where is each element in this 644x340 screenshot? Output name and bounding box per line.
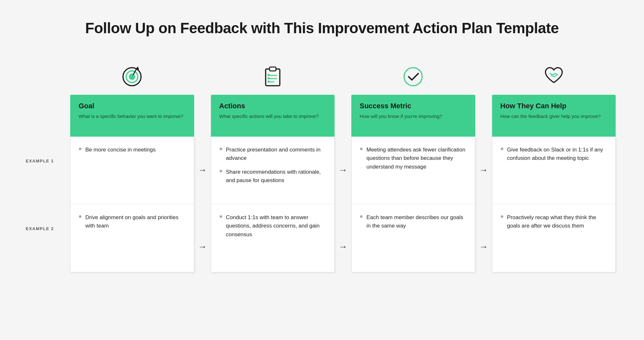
success-header: Success Metric How will you know if you'… xyxy=(351,95,475,137)
arrow-1: → → xyxy=(197,56,208,251)
goal-header: Goal What is a specific behavior you wan… xyxy=(70,95,194,137)
success-row2-text: Each team member describes our goals in … xyxy=(366,213,467,230)
column-success: Success Metric How will you know if you'… xyxy=(351,56,475,272)
arrow-icon-1b: → xyxy=(198,242,207,251)
success-header-title: Success Metric xyxy=(360,102,467,110)
help-rows: Give feedback on Slack or in 1:1s if any… xyxy=(492,137,616,272)
goal-rows: Be more concise in meetings Drive alignm… xyxy=(70,137,194,272)
actions-row1-item1: Practice presentation and comments in ad… xyxy=(220,146,326,163)
svg-rect-11 xyxy=(268,77,270,79)
actions-row1-item2: Share recommendations with rationale, an… xyxy=(220,168,326,185)
actions-row-2: Conduct 1:1s with team to answer questio… xyxy=(211,204,335,272)
help-header: How They Can Help How can the feedback g… xyxy=(492,95,616,137)
arrow-icon-3b: → xyxy=(479,242,488,251)
help-header-title: How They Can Help xyxy=(500,102,608,110)
goal-row2-text: Drive alignment on goals and priorities … xyxy=(85,213,185,230)
bullet-dot xyxy=(501,215,503,218)
bullet-dot xyxy=(79,215,81,218)
handshake-icon xyxy=(541,63,567,88)
labels-column: EXAMPLE 1 EXAMPLE 2 xyxy=(26,56,68,262)
svg-point-2 xyxy=(129,74,135,79)
success-rows: Meeting attendees ask fewer clarificatio… xyxy=(351,137,475,272)
arrow-2: → → xyxy=(337,56,349,251)
arrow-icon-3: → xyxy=(479,166,488,175)
actions-row1-text2: Share recommendations with rationale, an… xyxy=(226,168,326,185)
success-row-1: Meeting attendees ask fewer clarificatio… xyxy=(352,137,475,204)
svg-rect-5 xyxy=(266,69,280,86)
column-goal: Goal What is a specific behavior you wan… xyxy=(70,56,194,272)
bullet-dot xyxy=(220,148,222,150)
bullet-dot xyxy=(79,148,81,150)
arrow-icon-2: → xyxy=(338,166,347,175)
example1-label: EXAMPLE 1 xyxy=(26,127,68,195)
bullet-dot xyxy=(360,148,363,150)
svg-rect-12 xyxy=(268,81,270,83)
goal-header-title: Goal xyxy=(79,102,186,110)
bullet-dot xyxy=(360,215,363,218)
actions-icon-area xyxy=(211,56,335,95)
clipboard-icon xyxy=(260,63,286,88)
main-content: EXAMPLE 1 EXAMPLE 2 Goal What is a speci… xyxy=(26,56,618,272)
svg-point-13 xyxy=(404,68,422,86)
help-row-1: Give feedback on Slack or in 1:1s if any… xyxy=(492,137,616,204)
actions-header-subtitle: What specific actions will you take to i… xyxy=(219,113,327,120)
arrow-icon-2b: → xyxy=(338,242,347,251)
page-wrapper: Follow Up on Feedback with This Improvem… xyxy=(0,0,644,340)
arrow-icon-1: → xyxy=(198,166,207,175)
actions-header-title: Actions xyxy=(219,102,327,110)
help-header-subtitle: How can the feedback giver help you impr… xyxy=(500,113,608,120)
actions-row1-text1: Practice presentation and comments in ad… xyxy=(226,146,326,163)
success-header-subtitle: How will you know if you're improving? xyxy=(360,113,467,120)
example2-label: EXAMPLE 2 xyxy=(26,195,68,262)
bullet-dot xyxy=(220,215,222,218)
success-row1-text: Meeting attendees ask fewer clarificatio… xyxy=(366,146,467,171)
target-icon xyxy=(119,63,145,88)
help-row2-text: Proactively recap what they think the go… xyxy=(507,213,607,230)
bullet-dot xyxy=(220,170,222,172)
bullet-dot xyxy=(501,148,503,150)
column-help: How They Can Help How can the feedback g… xyxy=(492,56,616,272)
goal-header-subtitle: What is a specific behavior you want to … xyxy=(79,113,186,120)
checkmark-icon xyxy=(400,63,426,88)
column-actions: Actions What specific actions will you t… xyxy=(211,56,335,272)
arrow-3: → → xyxy=(478,56,489,251)
goal-row-2: Drive alignment on goals and priorities … xyxy=(71,204,194,272)
page-title: Follow Up on Feedback with This Improvem… xyxy=(85,19,559,37)
help-row-2: Proactively recap what they think the go… xyxy=(492,204,616,272)
goal-row-1: Be more concise in meetings xyxy=(71,137,194,204)
actions-header: Actions What specific actions will you t… xyxy=(211,95,335,137)
actions-rows: Practice presentation and comments in ad… xyxy=(211,137,335,272)
svg-rect-6 xyxy=(270,67,276,71)
actions-row-1: Practice presentation and comments in ad… xyxy=(211,137,335,204)
actions-row2-text: Conduct 1:1s with team to answer questio… xyxy=(226,213,326,239)
help-row1-text: Give feedback on Slack or in 1:1s if any… xyxy=(507,146,607,163)
success-row-2: Each team member describes our goals in … xyxy=(352,204,475,272)
help-icon-area xyxy=(492,56,616,95)
goal-icon-area xyxy=(70,56,194,95)
success-icon-area xyxy=(351,56,475,95)
svg-rect-10 xyxy=(268,74,270,76)
goal-row1-text: Be more concise in meetings xyxy=(85,146,156,154)
